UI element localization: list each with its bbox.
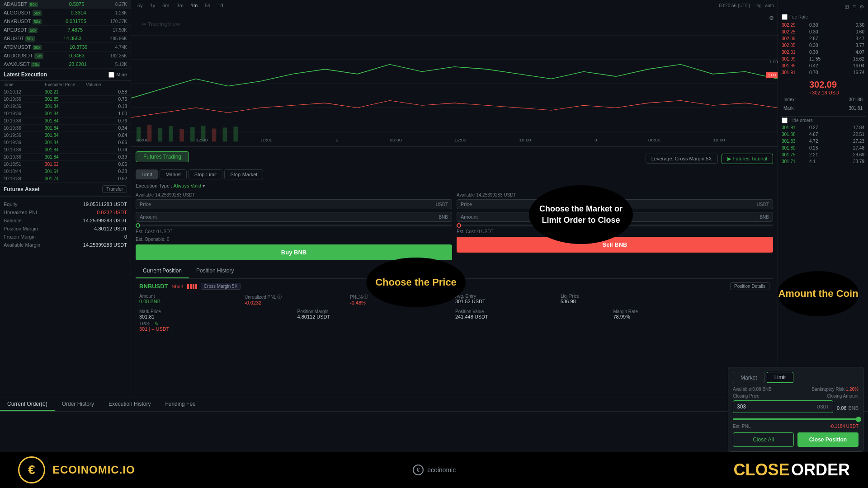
current-time: 03:20:56 (UTC): [719, 3, 750, 8]
close-tab-button[interactable]: Limit: [767, 372, 793, 383]
pos-value: Position Value 241.448 USDT: [455, 309, 612, 319]
auto-label[interactable]: auto: [765, 3, 774, 8]
bottom-tab[interactable]: Funding Fee: [158, 398, 203, 411]
amount-input-buy[interactable]: Amount BNB: [136, 212, 452, 222]
position-tab[interactable]: Current Position: [136, 264, 189, 278]
order-book: ⊞ ≡ ⚙ Fee Rate 302.29 0.30 0.30 302.25 0…: [778, 0, 868, 167]
pos-pos-margin-val: 4.80112 USDT: [297, 314, 454, 319]
settings-icon[interactable]: ⚙: [859, 4, 864, 10]
bottom-tab[interactable]: Current Order(0): [0, 398, 55, 411]
order-type-button[interactable]: Stop-Limit: [189, 169, 223, 179]
exec-col-header: Volume: [86, 82, 127, 87]
grid-view-icon[interactable]: ⊞: [844, 4, 849, 10]
svg-text:18:00: 18:00: [713, 138, 725, 142]
transfer-button[interactable]: Transfer: [102, 185, 127, 193]
log-label[interactable]: log: [755, 3, 761, 8]
close-tab-button[interactable]: Market: [733, 372, 765, 383]
bid-row: 301.75 2.21 29.69: [780, 151, 866, 158]
close-avail-val: 0.08 BNB: [752, 387, 772, 392]
price-input-buy[interactable]: Price USDT: [136, 199, 452, 209]
position-tab[interactable]: Position History: [189, 264, 241, 278]
fee-rate-row: Fee Rate: [780, 12, 866, 22]
ask-total: 16.04: [837, 63, 864, 68]
exec-col-header: Time: [4, 82, 45, 87]
buy-slider[interactable]: [136, 225, 452, 226]
coin-list: ADAUSDT50x 0.5075 8.27K ALGOUSDT50x 0.33…: [0, 0, 131, 69]
coin-badge: 50x: [33, 45, 42, 50]
pos-value-val: 241.448 USDT: [455, 314, 612, 319]
bottom-tab[interactable]: Execution History: [101, 398, 158, 411]
timeframe-button[interactable]: 1y: [147, 2, 158, 9]
close-price-input[interactable]: [737, 404, 817, 410]
mark-val: 301.81: [849, 106, 863, 111]
close-all-button[interactable]: Close All: [733, 432, 794, 447]
pos-unrealized-label: Unrealized PNL ⓘ: [245, 294, 348, 300]
order-type-button[interactable]: Limit: [136, 169, 158, 179]
bid-total: 33.79: [837, 159, 864, 164]
callout-market-limit-text: Choose the Market or Limit Order to Clos…: [529, 203, 633, 226]
pos-value-label: Position Value: [455, 309, 612, 314]
timeframe-button[interactable]: 1m: [188, 2, 200, 9]
order-type-button[interactable]: Stop-Market: [224, 169, 263, 179]
ask-row: 301.95 0.42 16.04: [780, 62, 866, 69]
coin-row[interactable]: ATOMUSDT50x 10.3739 4.74K: [0, 43, 131, 52]
timeframe-button[interactable]: 1d: [215, 2, 226, 9]
amount-field-buy[interactable]: [252, 214, 437, 220]
svg-rect-7: [158, 128, 163, 141]
close-slider[interactable]: [733, 418, 859, 420]
order-type-button[interactable]: Market: [160, 169, 187, 179]
ask-size: 2.87: [809, 36, 837, 41]
position-direction: Short: [172, 284, 184, 289]
chart-settings-icon[interactable]: ⚙: [769, 15, 774, 21]
edit-icon[interactable]: ✎: [155, 321, 158, 326]
exec-price: 301.84: [45, 140, 86, 145]
ask-size: 0.30: [809, 23, 837, 28]
asset-value: -0.0232 USDT: [95, 210, 127, 215]
close-position-button[interactable]: Close Position: [797, 432, 859, 447]
leverage-button[interactable]: Leverage: Cross Margin 5X: [646, 154, 718, 164]
mine-checkbox[interactable]: Mine: [108, 72, 127, 78]
callout-amount-coin-text: Amount the Coin: [778, 287, 858, 300]
coin-row[interactable]: APEUSDT50x 7.4875 17.50K: [0, 26, 131, 34]
position-bars: [187, 284, 197, 289]
timeframe-button[interactable]: 5y: [135, 2, 146, 9]
coin-price: 10.3739: [70, 44, 88, 50]
close-label: CLOSE: [734, 460, 790, 479]
fee-rate-checkbox[interactable]: [782, 14, 788, 20]
sell-button[interactable]: Sell BNB: [457, 237, 773, 253]
exec-vol: 0.76: [86, 118, 127, 123]
coin-row[interactable]: ALGOUSDT50x 0.3314 1.28K: [0, 9, 131, 17]
bottom-tab[interactable]: Order History: [55, 398, 101, 411]
asset-row: Balance 14.25399283 USDT: [4, 216, 127, 225]
bid-price: 301.88: [782, 132, 809, 137]
position-details-button[interactable]: Position Details: [730, 282, 769, 290]
timeframe-button[interactable]: 3m: [174, 2, 186, 9]
coin-row[interactable]: ADAUSDT50x 0.5075 8.27K: [0, 0, 131, 9]
coin-row[interactable]: ARUSDT50x 14.3553 495.96K: [0, 34, 131, 43]
ask-total: 3.47: [837, 36, 864, 41]
execution-type-value[interactable]: Always Valid: [174, 183, 202, 188]
list-view-icon[interactable]: ≡: [853, 4, 856, 10]
mine-checkbox-input[interactable]: [108, 72, 114, 78]
coin-row[interactable]: AVAXUSDT26x 23.6201 5.12K: [0, 60, 131, 69]
coin-row[interactable]: ANKRUSDT50x 0.031755 170.37K: [0, 17, 131, 26]
price-field-buy[interactable]: [249, 202, 434, 207]
timeframe-button[interactable]: 5d: [202, 2, 213, 9]
est-openable-buy: Est. Openable: 0: [136, 237, 452, 242]
timeframe-button[interactable]: 6m: [160, 2, 172, 9]
exec-time: 10:19:36: [4, 147, 45, 152]
svg-rect-10: [190, 127, 195, 141]
hide-orders-checkbox[interactable]: [782, 117, 788, 123]
bid-row: 301.71 4.1 33.79: [780, 158, 866, 165]
main-container: ADAUSDT50x 0.5075 8.27K ALGOUSDT50x 0.33…: [0, 0, 868, 488]
close-price-input-row[interactable]: USDT: [733, 400, 833, 413]
ask-price: 302.05: [782, 43, 809, 48]
futures-trading-tab[interactable]: Futures Trading: [136, 151, 189, 162]
coin-row[interactable]: AUDIOUSDT50x 0.3463 162.35K: [0, 52, 131, 60]
tutorial-button[interactable]: ▶ Futures Tutorial: [722, 154, 773, 164]
exec-price: 301.64: [45, 169, 86, 174]
asset-value: 0: [124, 234, 127, 239]
buy-side: Available 14.25399283 USDT Price USDT Am…: [136, 192, 452, 260]
callout-choose-price-text: Choose the Price: [375, 276, 457, 289]
asset-value: 19.05511283 USDT: [83, 202, 127, 207]
